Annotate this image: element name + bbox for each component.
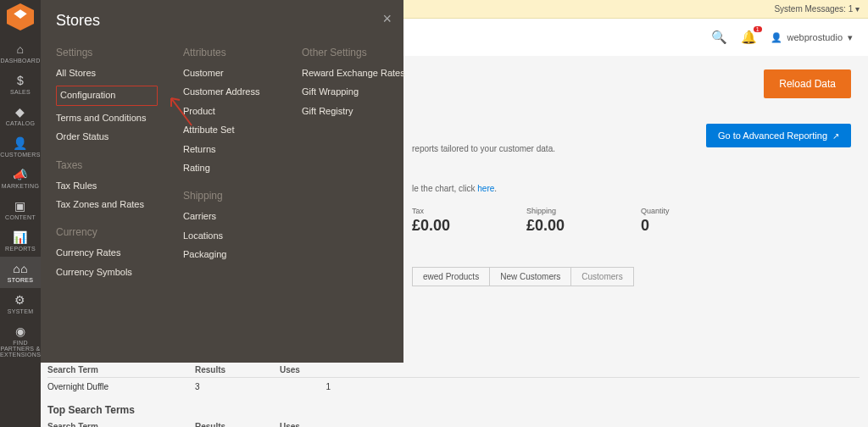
nav-label: SYSTEM: [8, 308, 34, 314]
flyout-shipping-head: Shipping: [183, 190, 276, 202]
flyout-link-customer-address[interactable]: Customer Address: [183, 86, 276, 98]
flyout-link-gift-wrapping[interactable]: Gift Wrapping: [302, 86, 412, 98]
nav-label: DASHBOARD: [0, 58, 40, 64]
stat-quantity: Quantity 0: [641, 207, 670, 235]
stat-shipping: Shipping £0.00: [526, 207, 565, 235]
search-icon[interactable]: 🔍: [711, 30, 727, 45]
user-menu[interactable]: 👤 webprostudio ▾: [771, 32, 853, 43]
enable-chart-link[interactable]: here: [477, 184, 494, 193]
flyout-link-order-status[interactable]: Order Status: [56, 130, 158, 143]
nav-label: MARKETING: [2, 183, 39, 189]
tab-customers[interactable]: Customers: [570, 267, 633, 286]
admin-left-nav: ⌂DASHBOARD $SALES ◆CATALOG 👤CUSTOMERS 📣M…: [0, 0, 41, 427]
partners-icon: ◉: [0, 324, 41, 338]
nav-sales[interactable]: $SALES: [0, 69, 41, 100]
flyout-link-gift-registry[interactable]: Gift Registry: [302, 105, 412, 118]
dollar-icon: $: [0, 74, 41, 87]
flyout-other-head: Other Settings: [302, 47, 412, 58]
notification-badge: 1: [754, 26, 762, 32]
flyout-link-reward-exchange[interactable]: Reward Exchange Rates: [302, 67, 412, 80]
reload-data-button[interactable]: Reload Data: [764, 69, 851, 98]
flyout-link-returns[interactable]: Returns: [183, 143, 276, 156]
flyout-link-terms-conditions[interactable]: Terms and Conditions: [56, 112, 158, 125]
flyout-title: Stores: [56, 12, 390, 30]
stats-row: Tax £0.00 Shipping £0.00 Quantity 0: [412, 207, 851, 235]
flyout-link-all-stores[interactable]: All Stores: [56, 67, 158, 80]
flyout-link-locations[interactable]: Locations: [183, 230, 276, 242]
flyout-link-tax-zones[interactable]: Tax Zones and Rates: [56, 198, 158, 211]
nav-extensions[interactable]: ◉FIND PARTNERS & EXTENSIONS: [0, 319, 41, 363]
flyout-taxes-head: Taxes: [56, 159, 158, 171]
flyout-link-currency-symbols[interactable]: Currency Symbols: [56, 266, 158, 279]
nav-customers[interactable]: 👤CUSTOMERS: [0, 131, 41, 163]
flyout-link-carriers[interactable]: Carriers: [183, 210, 276, 223]
flyout-link-product[interactable]: Product: [183, 105, 276, 118]
external-link-icon: ↗: [832, 131, 839, 141]
nav-label: FIND PARTNERS & EXTENSIONS: [0, 340, 41, 358]
flyout-link-configuration[interactable]: Configuration: [56, 86, 158, 105]
chart-hint-text: le the chart, click here.: [412, 184, 851, 193]
flyout-currency-head: Currency: [56, 226, 158, 238]
tab-viewed-products[interactable]: ewed Products: [412, 267, 490, 286]
nav-label: SALES: [10, 89, 31, 95]
chevron-down-icon: ▾: [848, 32, 853, 43]
flyout-link-packaging[interactable]: Packaging: [183, 248, 276, 261]
nav-dashboard[interactable]: ⌂DASHBOARD: [0, 37, 41, 69]
flyout-link-currency-rates[interactable]: Currency Rates: [56, 247, 158, 259]
reports-icon: 📊: [0, 230, 41, 244]
msg-right[interactable]: System Messages: 1 ▾: [774, 4, 860, 14]
customers-icon: 👤: [0, 136, 41, 150]
stores-icon: ⌂⌂: [0, 262, 41, 275]
nav-reports[interactable]: 📊REPORTS: [0, 225, 41, 257]
nav-stores[interactable]: ⌂⌂STORES: [0, 257, 41, 288]
stat-tax: Tax £0.00: [412, 207, 450, 235]
nav-content[interactable]: ▣CONTENT: [0, 194, 41, 225]
user-name: webprostudio: [787, 32, 843, 42]
flyout-settings-head: Settings: [56, 47, 158, 58]
nav-catalog[interactable]: ◆CATALOG: [0, 100, 41, 131]
megaphone-icon: 📣: [0, 168, 41, 181]
dashboard-tabs: ewed Products New Customers Customers: [412, 267, 851, 286]
flyout-attributes-head: Attributes: [183, 47, 276, 58]
flyout-link-customer[interactable]: Customer: [183, 67, 276, 80]
nav-label: CONTENT: [5, 214, 36, 220]
close-icon[interactable]: ×: [382, 10, 392, 28]
home-icon: ⌂: [0, 42, 41, 56]
nav-marketing[interactable]: 📣MARKETING: [0, 163, 41, 194]
content-icon: ▣: [0, 199, 41, 213]
tag-icon: ◆: [0, 105, 41, 119]
nav-label: CUSTOMERS: [0, 152, 40, 158]
nav-system[interactable]: ⚙SYSTEM: [0, 288, 41, 319]
flyout-link-tax-rules[interactable]: Tax Rules: [56, 180, 158, 192]
nav-label: STORES: [8, 277, 33, 283]
stores-flyout: Stores × Settings All Stores Configurati…: [41, 0, 403, 363]
advanced-reporting-button[interactable]: Go to Advanced Reporting↗: [706, 124, 851, 147]
tab-new-customers[interactable]: New Customers: [489, 267, 571, 286]
flyout-link-attribute-set[interactable]: Attribute Set: [183, 124, 276, 136]
user-icon: 👤: [771, 32, 782, 43]
magento-logo[interactable]: [7, 3, 34, 30]
notifications-icon[interactable]: 🔔1: [741, 30, 757, 45]
gear-icon: ⚙: [0, 293, 41, 307]
flyout-link-rating[interactable]: Rating: [183, 162, 276, 175]
nav-label: REPORTS: [5, 246, 36, 252]
nav-label: CATALOG: [6, 120, 36, 126]
